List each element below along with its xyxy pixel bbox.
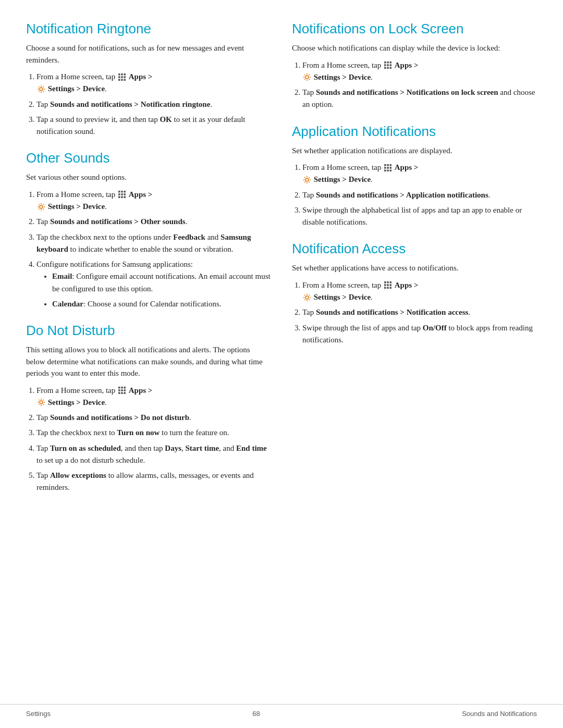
apps-icon bbox=[118, 190, 126, 199]
svg-rect-10 bbox=[118, 191, 120, 193]
svg-rect-44 bbox=[387, 167, 389, 169]
list-item: Tap Sounds and notifications > Do not di… bbox=[36, 412, 271, 424]
settings-icon bbox=[37, 398, 45, 406]
svg-rect-17 bbox=[121, 196, 123, 199]
list-item: From a Home screen, tap bbox=[36, 71, 271, 95]
svg-rect-50 bbox=[384, 281, 386, 283]
svg-rect-43 bbox=[384, 167, 386, 169]
svg-rect-22 bbox=[124, 387, 126, 389]
apps-icon bbox=[384, 61, 392, 69]
list-item: From a Home screen, tap bbox=[36, 385, 271, 409]
section-notifications-lock-screen: Notifications on Lock Screen Choose whic… bbox=[292, 21, 537, 111]
svg-rect-13 bbox=[118, 194, 120, 196]
list-item: Tap Sounds and notifications > Notificat… bbox=[36, 98, 271, 110]
svg-rect-48 bbox=[389, 169, 391, 171]
svg-rect-54 bbox=[387, 285, 389, 287]
settings-icon bbox=[37, 203, 45, 211]
svg-rect-34 bbox=[387, 64, 389, 66]
apps-icon bbox=[118, 73, 126, 81]
heading-notifications-lock-screen: Notifications on Lock Screen bbox=[292, 21, 537, 37]
svg-rect-57 bbox=[387, 287, 389, 289]
section-notification-ringtone: Notification Ringtone Choose a sound for… bbox=[26, 21, 271, 138]
bullets-other-sounds: Email: Configure email account notificat… bbox=[52, 270, 271, 310]
svg-rect-11 bbox=[121, 191, 123, 193]
svg-rect-8 bbox=[124, 79, 126, 81]
intro-notification-access: Set whether applications have access to … bbox=[292, 262, 537, 274]
svg-rect-42 bbox=[389, 164, 391, 166]
footer-left: Settings bbox=[26, 710, 51, 718]
settings-icon bbox=[303, 73, 311, 81]
heading-notification-access: Notification Access bbox=[292, 241, 537, 257]
svg-rect-21 bbox=[121, 387, 123, 389]
footer-right: Sounds and Notifications bbox=[462, 710, 537, 718]
steps-notification-access: From a Home screen, tap bbox=[302, 279, 537, 346]
svg-rect-1 bbox=[121, 73, 123, 76]
svg-rect-31 bbox=[387, 61, 389, 64]
section-notification-access: Notification Access Set whether applicat… bbox=[292, 241, 537, 346]
svg-rect-24 bbox=[121, 389, 123, 391]
intro-notifications-lock-screen: Choose which notifications can display w… bbox=[292, 42, 537, 54]
svg-point-29 bbox=[40, 401, 43, 404]
list-item: Configure notifications for Samsung appl… bbox=[36, 258, 271, 310]
apps-icon bbox=[384, 164, 392, 172]
svg-rect-18 bbox=[124, 196, 126, 199]
svg-rect-3 bbox=[118, 76, 120, 78]
section-do-not-disturb: Do Not Disturb This setting allows you t… bbox=[26, 323, 271, 494]
footer: Settings 68 Sounds and Notifications bbox=[0, 704, 563, 718]
intro-application-notifications: Set whether application notifications ar… bbox=[292, 145, 537, 157]
settings-icon bbox=[303, 176, 311, 184]
list-item: Tap the checkbox next to the options und… bbox=[36, 231, 271, 256]
svg-rect-56 bbox=[384, 287, 386, 289]
intro-do-not-disturb: This setting allows you to block all not… bbox=[26, 344, 271, 379]
svg-rect-32 bbox=[389, 61, 391, 64]
steps-application-notifications: From a Home screen, tap bbox=[302, 162, 537, 228]
svg-rect-52 bbox=[389, 281, 391, 283]
svg-rect-7 bbox=[121, 79, 123, 81]
svg-rect-40 bbox=[384, 164, 386, 166]
apps-icon bbox=[118, 386, 126, 394]
svg-rect-53 bbox=[384, 285, 386, 287]
svg-point-59 bbox=[305, 296, 309, 299]
svg-rect-4 bbox=[121, 76, 123, 78]
settings-icon bbox=[37, 85, 45, 93]
svg-rect-20 bbox=[118, 387, 120, 389]
steps-do-not-disturb: From a Home screen, tap bbox=[36, 385, 271, 494]
svg-rect-46 bbox=[384, 169, 386, 171]
list-item: Tap Turn on as scheduled, and then tap D… bbox=[36, 442, 271, 467]
svg-rect-30 bbox=[384, 61, 386, 64]
svg-rect-6 bbox=[118, 79, 120, 81]
heading-other-sounds: Other Sounds bbox=[26, 150, 271, 166]
svg-point-49 bbox=[305, 178, 309, 181]
intro-notification-ringtone: Choose a sound for notifications, such a… bbox=[26, 42, 271, 66]
list-item: Tap Sounds and notifications > Notificat… bbox=[302, 87, 537, 111]
list-item: From a Home screen, tap bbox=[36, 189, 271, 213]
svg-rect-47 bbox=[387, 169, 389, 171]
list-item: Tap the checkbox next to Turn on now to … bbox=[36, 427, 271, 439]
settings-icon bbox=[303, 293, 311, 302]
list-item: From a Home screen, tap bbox=[302, 162, 537, 186]
svg-rect-25 bbox=[124, 389, 126, 391]
list-item: Calendar: Choose a sound for Calendar no… bbox=[52, 298, 271, 310]
heading-application-notifications: Application Notifications bbox=[292, 124, 537, 140]
svg-rect-58 bbox=[389, 287, 391, 289]
svg-rect-15 bbox=[124, 194, 126, 196]
svg-rect-0 bbox=[118, 73, 120, 76]
svg-rect-28 bbox=[124, 392, 126, 394]
svg-rect-27 bbox=[121, 392, 123, 394]
svg-rect-23 bbox=[118, 389, 120, 391]
section-application-notifications: Application Notifications Set whether ap… bbox=[292, 124, 537, 229]
intro-other-sounds: Set various other sound options. bbox=[26, 171, 271, 183]
svg-rect-38 bbox=[389, 67, 391, 69]
steps-notifications-lock-screen: From a Home screen, tap bbox=[302, 59, 537, 111]
svg-rect-2 bbox=[124, 73, 126, 76]
svg-point-9 bbox=[40, 88, 43, 91]
list-item: Swipe through the alphabetical list of a… bbox=[302, 204, 537, 229]
steps-other-sounds: From a Home screen, tap bbox=[36, 189, 271, 310]
svg-rect-55 bbox=[389, 285, 391, 287]
svg-rect-16 bbox=[118, 196, 120, 199]
list-item: From a Home screen, tap bbox=[302, 59, 537, 84]
heading-do-not-disturb: Do Not Disturb bbox=[26, 323, 271, 339]
svg-rect-45 bbox=[389, 167, 391, 169]
heading-notification-ringtone: Notification Ringtone bbox=[26, 21, 271, 37]
list-item: Tap Sounds and notifications > Applicati… bbox=[302, 189, 537, 201]
